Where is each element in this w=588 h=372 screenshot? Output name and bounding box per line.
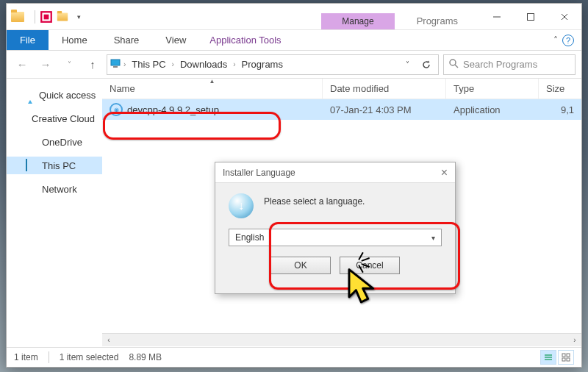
pc-icon	[110, 58, 121, 71]
ok-button[interactable]: OK	[270, 257, 331, 274]
svg-line-9	[455, 65, 458, 68]
file-row[interactable]: ◉ devcpp-4.9.9.2_setup 07-Jan-21 4:03 PM…	[102, 99, 581, 120]
ribbon: File Home Share View Application Tools ˄…	[7, 30, 581, 51]
chevron-right-icon[interactable]: ›	[172, 60, 174, 68]
nav-pane: Quick access Creative Cloud OneDrive Thi…	[7, 79, 102, 346]
selected-language: English	[235, 232, 264, 243]
installer-icon: ◉	[110, 103, 123, 116]
folder-icon	[11, 12, 24, 22]
close-button[interactable]	[548, 4, 581, 29]
manage-tab-label: Manage	[321, 13, 394, 29]
nav-quick-access[interactable]: Quick access	[7, 86, 102, 104]
star-icon	[26, 89, 35, 101]
dialog-message: Please select a language.	[264, 193, 365, 207]
chevron-right-icon[interactable]: ›	[123, 60, 126, 68]
tab-home[interactable]: Home	[49, 30, 101, 50]
col-name[interactable]: Name▲	[102, 79, 323, 99]
svg-rect-16	[567, 358, 570, 361]
file-name: devcpp-4.9.9.2_setup	[127, 104, 219, 115]
qat-dropdown-icon[interactable]: ▾	[72, 10, 85, 24]
quick-access-toolbar: ▾	[33, 10, 85, 24]
svg-rect-15	[562, 358, 565, 361]
svg-rect-1	[44, 14, 49, 19]
scroll-left-icon[interactable]: ‹	[102, 334, 115, 347]
file-date: 07-Jan-21 4:03 PM	[323, 104, 446, 115]
dialog-close-icon[interactable]: ×	[441, 166, 448, 179]
language-combobox[interactable]: English ▾	[229, 229, 442, 246]
svg-rect-7	[113, 66, 118, 68]
help-icon[interactable]: ?	[562, 35, 574, 46]
svg-rect-3	[528, 13, 534, 20]
svg-rect-14	[567, 354, 570, 357]
details-view-button[interactable]	[540, 350, 556, 365]
cancel-button[interactable]: Cancel	[340, 257, 400, 274]
recent-locations-dropdown[interactable]: ˅	[60, 55, 79, 74]
nav-creative-cloud[interactable]: Creative Cloud	[7, 110, 102, 127]
titlebar: ▾ Manage Programs	[7, 4, 581, 30]
col-date[interactable]: Date modified	[323, 79, 446, 99]
address-bar-row: ← → ˅ ↑ › This PC › Downloads › Programs…	[7, 51, 581, 79]
status-size: 8.89 MB	[129, 352, 162, 362]
collapse-ribbon-icon[interactable]: ˄	[553, 35, 558, 46]
search-input[interactable]: Search Programs	[443, 54, 576, 75]
breadcrumb[interactable]: › This PC › Downloads › Programs ˅	[107, 54, 439, 75]
svg-point-8	[450, 60, 456, 65]
nav-this-pc[interactable]: This PC	[7, 157, 102, 174]
cc-icon	[26, 112, 27, 124]
maximize-button[interactable]	[514, 4, 548, 29]
search-placeholder: Search Programs	[463, 59, 537, 70]
cloud-icon	[26, 136, 37, 148]
back-button[interactable]: ←	[12, 55, 32, 74]
up-button[interactable]: ↑	[83, 55, 102, 74]
tab-view[interactable]: View	[152, 30, 199, 50]
qat-properties-icon[interactable]	[40, 10, 53, 24]
dialog-title: Installer Language	[223, 168, 295, 178]
chevron-down-icon: ▾	[431, 234, 435, 242]
network-icon	[26, 183, 37, 195]
tab-application-tools[interactable]: Application Tools	[199, 30, 291, 50]
col-type[interactable]: Type	[446, 79, 539, 99]
contextual-tab-manage[interactable]: Manage	[321, 13, 394, 29]
refresh-icon[interactable]	[417, 57, 435, 73]
nav-network[interactable]: Network	[7, 180, 102, 198]
scroll-track[interactable]	[115, 334, 568, 347]
status-selected: 1 item selected	[60, 352, 119, 362]
status-bar: 1 item 1 item selected 8.89 MB	[7, 347, 581, 367]
svg-rect-13	[562, 354, 565, 357]
status-item-count: 1 item	[14, 352, 38, 362]
history-dropdown-icon[interactable]: ˅	[398, 57, 416, 73]
chevron-right-icon[interactable]: ›	[233, 60, 235, 68]
file-size: 9,1	[539, 104, 581, 115]
dialog-titlebar[interactable]: Installer Language ×	[215, 162, 455, 183]
minimize-button[interactable]	[480, 4, 514, 29]
installer-language-dialog: Installer Language × ↓ Please select a l…	[215, 162, 456, 294]
icons-view-button[interactable]	[558, 350, 574, 365]
tab-share[interactable]: Share	[101, 30, 153, 50]
pc-icon	[26, 160, 37, 171]
file-menu[interactable]: File	[7, 30, 49, 50]
sort-asc-icon: ▲	[209, 78, 215, 85]
crumb-programs[interactable]: Programs	[239, 59, 286, 70]
svg-rect-6	[111, 60, 120, 65]
window-title: Programs	[395, 12, 480, 29]
col-size[interactable]: Size	[539, 79, 581, 99]
search-icon	[448, 58, 459, 71]
qat-new-folder-icon[interactable]	[56, 10, 69, 24]
crumb-downloads[interactable]: Downloads	[177, 59, 230, 70]
globe-icon: ↓	[229, 193, 254, 218]
column-headers: Name▲ Date modified Type Size	[102, 79, 581, 99]
scroll-right-icon[interactable]: ›	[568, 334, 581, 347]
forward-button[interactable]: →	[36, 55, 55, 74]
horizontal-scrollbar[interactable]: ‹ ›	[102, 333, 581, 346]
file-type: Application	[446, 104, 539, 115]
crumb-this-pc[interactable]: This PC	[129, 59, 168, 70]
nav-onedrive[interactable]: OneDrive	[7, 133, 102, 151]
file-name-cell: ◉ devcpp-4.9.9.2_setup	[102, 103, 323, 116]
